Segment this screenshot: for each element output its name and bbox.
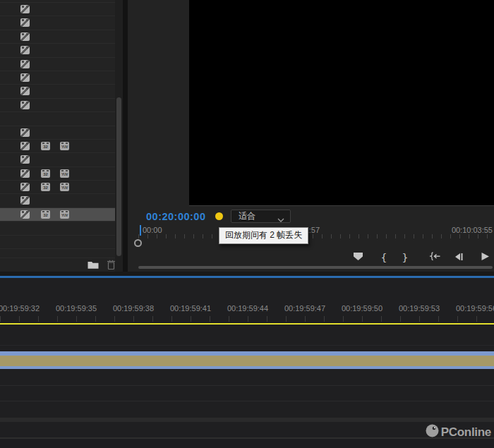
dropped-frames-tooltip: 回放期间有 2 帧丢失 [219,227,308,244]
mark-in-icon: { [381,252,387,263]
project-item-row[interactable] [0,236,115,249]
timeline-bottom-row [0,439,494,448]
mark-out-button[interactable]: } [397,251,413,264]
project-panel-scrollbar[interactable] [115,0,123,272]
project-item-row[interactable] [0,194,115,207]
clip-icon [20,101,30,109]
project-panel: 32YUV32YUV32YUV32YUV [0,0,115,272]
clip-icon [20,210,30,219]
32-icon: 32 [41,183,50,191]
timeline-ruler-label: 00:19:59:44 [227,304,268,313]
track-divider [0,345,494,346]
track-divider [0,401,494,401]
yuv-icon: YUV [60,169,69,178]
timeline-ruler-label: 00:19:59:47 [284,304,325,313]
yuv-icon: YUV [60,183,69,191]
timeline-ruler-label: 00:19:59:32 [0,304,40,313]
project-item-row[interactable] [0,112,115,126]
watermark: PConline [425,425,491,440]
step-back-icon [454,252,464,263]
zoom-fit-value: 适合 [239,210,255,222]
trash-icon [107,260,116,272]
clip-icon [20,46,30,54]
clip-icon [20,32,30,41]
clip-icon [20,169,30,178]
yuv-icon: YUV [60,210,69,219]
project-item-row[interactable] [0,71,115,85]
32-icon: 32 [41,210,50,219]
project-panel-toolbar [0,258,115,272]
mark-in-button[interactable]: { [376,251,392,264]
project-item-row[interactable] [0,126,115,140]
project-item-row[interactable]: 32YUV [0,167,115,181]
ruler-label-end: 00:10:03:55 [452,226,493,234]
timeline-ruler-label: 00:19:59:53 [399,304,440,313]
ruler-ticks [138,234,494,238]
panel-divider[interactable] [123,0,128,272]
go-to-in-button[interactable] [427,251,442,264]
32-icon: 32 [41,142,50,150]
project-list: 32YUV32YUV32YUV32YUV [0,0,115,258]
video-editor-window: 32YUV32YUV32YUV32YUV [0,0,494,448]
go-to-in-icon [429,252,441,263]
project-item-row[interactable]: 32YUV [0,140,115,153]
marker-icon [353,252,363,263]
timeline-ruler-label: 00:19:59:41 [170,304,211,313]
monitor-time-ruler[interactable]: 00:00 00:05:01:57 00:10:03:55 [138,224,494,238]
yuv-icon: YUV [60,142,69,150]
step-back-button[interactable] [451,251,466,264]
clip-icon [20,18,30,27]
timeline-ruler-label: 00:19:59:56 [456,304,494,313]
timeline-ruler-label: 00:19:59:50 [342,304,382,313]
scrubber-handle[interactable] [134,239,142,247]
playhead-timecode[interactable]: 00:20:00:00 [146,211,206,222]
project-item-row[interactable] [0,44,115,57]
zoom-fit-select[interactable]: 适合 [231,210,291,223]
monitor-horizontal-scrollbar[interactable] [138,266,493,269]
project-item-row[interactable] [0,3,115,16]
dropped-frame-indicator-icon[interactable] [215,212,223,220]
project-item-row[interactable] [0,58,115,71]
timeline-panel[interactable]: 00:19:59:3200:19:59:3500:19:59:3800:19:5… [0,278,494,448]
project-item-row[interactable] [0,30,115,44]
project-item-row[interactable] [0,153,115,167]
clip-icon [20,128,30,137]
project-item-row[interactable] [0,99,115,112]
selection-highlight-line [0,323,494,325]
timeline-ruler-ticks [0,316,494,322]
mark-out-icon: } [402,252,409,263]
watermark-text: PConline [441,425,491,440]
clip-icon [20,73,30,82]
timeline-ruler-label: 00:19:59:35 [56,304,97,313]
top-section: 32YUV32YUV32YUV32YUV [0,0,494,272]
folder-icon [88,260,99,271]
project-item-row[interactable] [0,249,115,258]
32-icon: 32 [41,169,50,178]
project-item-row[interactable] [0,222,115,235]
play-icon [481,252,490,263]
clip-icon [20,155,30,164]
project-item-row[interactable] [0,85,115,98]
pconline-logo-icon [425,423,440,441]
new-bin-button[interactable] [87,260,100,271]
scrollbar-thumb[interactable] [116,97,121,256]
program-monitor: 00:20:00:00 适合 00:00 00:05:01:57 00:10:0… [128,0,494,272]
add-marker-button[interactable] [350,251,366,264]
audio-clip-band[interactable] [0,356,494,366]
track-divider-strip [0,418,494,422]
clip-icon [20,5,30,13]
clip-icon [20,60,30,68]
clip-icon [20,87,30,95]
project-item-row[interactable] [0,16,115,30]
project-item-row[interactable]: 32YUV [0,181,115,194]
video-preview[interactable] [189,0,494,206]
track-divider [0,385,494,386]
timeline-ruler-label: 00:19:59:38 [113,304,154,313]
clip-icon [20,196,30,205]
play-button[interactable] [477,251,493,264]
clip-edge-bottom[interactable] [0,366,494,370]
chevron-down-icon [277,214,284,224]
ruler-label-start: 00:00 [143,226,162,234]
clip-icon [20,183,30,191]
project-item-row[interactable]: 32YUV [0,208,115,222]
